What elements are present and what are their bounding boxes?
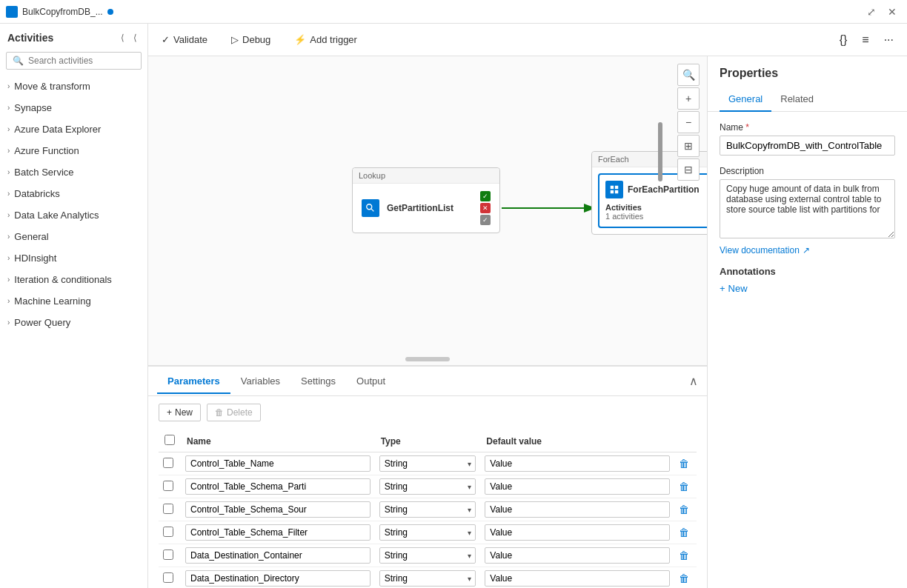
delete-row-button[interactable]: 🗑	[679, 458, 689, 470]
param-default-input[interactable]	[485, 455, 670, 472]
sidebar-item-label: Machine Learning	[14, 295, 90, 307]
svg-rect-4	[615, 186, 618, 189]
sidebar-item-general[interactable]: ›General	[0, 226, 147, 247]
code-button[interactable]: {}	[835, 30, 852, 50]
description-label: Description	[720, 166, 895, 176]
delete-param-button[interactable]: 🗑 Delete	[207, 404, 261, 421]
foreach-inner: ForEachPartition Activities 1 activities…	[598, 173, 707, 228]
param-default-input[interactable]	[485, 478, 670, 495]
param-type-select[interactable]: String Bool Int Float Object Array Secur…	[379, 524, 476, 541]
doc-button[interactable]: ≡	[857, 30, 873, 50]
description-field[interactable]: Copy huge amount of data in bulk from da…	[720, 179, 895, 238]
action-success[interactable]: ✓	[480, 191, 491, 201]
lookup-node[interactable]: Lookup GetPartitionList	[352, 167, 500, 233]
param-name-input[interactable]	[185, 547, 371, 564]
search-canvas-button[interactable]: 🔍	[677, 64, 700, 86]
resize-button[interactable]: ⤢	[863, 4, 880, 19]
param-name-input[interactable]	[185, 501, 371, 518]
delete-row-button[interactable]: 🗑	[679, 481, 689, 492]
param-type-select[interactable]: String Bool Int Float Object Array Secur…	[379, 478, 476, 495]
bottom-panel: ParametersVariablesSettingsOutput ∧ + Ne…	[148, 366, 707, 588]
action-fail[interactable]: ✕	[480, 203, 491, 213]
select-all-checkbox[interactable]	[165, 435, 175, 445]
debug-icon: ▷	[231, 34, 239, 45]
param-type-select[interactable]: String Bool Int Float Object Array Secur…	[379, 547, 476, 564]
param-default-input[interactable]	[485, 524, 670, 541]
view-docs-link[interactable]: View documentation ↗	[720, 245, 895, 255]
collapse-button[interactable]: ⟨	[118, 31, 127, 44]
row-checkbox[interactable]	[163, 527, 173, 537]
delete-row-button[interactable]: 🗑	[679, 527, 689, 538]
row-checkbox[interactable]	[163, 504, 173, 514]
debug-button[interactable]: ▷ Debug	[227, 31, 275, 48]
name-field[interactable]	[720, 136, 895, 156]
param-name-input[interactable]	[185, 524, 371, 541]
delete-row-button[interactable]: 🗑	[679, 549, 689, 561]
right-panel-body: Name * Description Copy huge amount of d…	[708, 112, 907, 588]
activities-label: Activities	[605, 203, 643, 212]
param-default-input[interactable]	[485, 501, 670, 518]
param-name-input[interactable]	[185, 455, 371, 472]
row-checkbox[interactable]	[163, 458, 173, 468]
close-button[interactable]: ✕	[883, 4, 901, 19]
action-complete[interactable]: ✓	[480, 215, 491, 225]
col-type: Type	[375, 430, 481, 452]
pin-button[interactable]: ⟨	[130, 31, 140, 44]
svg-rect-5	[611, 190, 614, 193]
bottom-content: + New 🗑 Delete	[148, 396, 707, 588]
sidebar-item-azure-data-explorer[interactable]: ›Azure Data Explorer	[0, 118, 147, 140]
sidebar-item-move-transform[interactable]: ›Move & transform	[0, 76, 147, 97]
delete-row-button[interactable]: 🗑	[679, 504, 689, 515]
tab-output[interactable]: Output	[346, 370, 396, 394]
right-tab-related[interactable]: Related	[771, 87, 823, 112]
zoom-out-button[interactable]: −	[677, 111, 700, 133]
bottom-panel-close[interactable]: ∧	[689, 374, 698, 388]
chevron-right-icon: ›	[7, 190, 10, 198]
search-input[interactable]	[28, 56, 135, 66]
param-type-select[interactable]: String Bool Int Float Object Array Secur…	[379, 501, 476, 518]
tab-parameters[interactable]: Parameters	[157, 370, 230, 394]
sidebar-item-databricks[interactable]: ›Databricks	[0, 183, 147, 204]
sidebar-item-azure-function[interactable]: ›Azure Function	[0, 140, 147, 161]
sidebar-item-synapse[interactable]: ›Synapse	[0, 97, 147, 118]
sidebar-item-batch-service[interactable]: ›Batch Service	[0, 161, 147, 183]
tab-settings[interactable]: Settings	[290, 370, 346, 394]
params-tbody: String Bool Int Float Object Array Secur…	[159, 452, 697, 589]
zoom-in-button[interactable]: +	[677, 87, 700, 110]
param-type-select[interactable]: String Bool Int Float Object Array Secur…	[379, 455, 476, 472]
param-default-input[interactable]	[485, 547, 670, 564]
col-default: Default value	[480, 430, 674, 452]
param-default-input[interactable]	[485, 570, 670, 587]
param-type-select[interactable]: String Bool Int Float Object Array Secur…	[379, 570, 476, 587]
canvas-area[interactable]: Lookup GetPartitionList	[148, 56, 707, 366]
tab-variables[interactable]: Variables	[230, 370, 290, 394]
panel-actions: ⟨ ⟨	[118, 31, 140, 44]
sidebar-item-data-lake-analytics[interactable]: ›Data Lake Analytics	[0, 204, 147, 226]
row-checkbox[interactable]	[163, 572, 173, 583]
param-name-input[interactable]	[185, 570, 371, 587]
sidebar-item-label: Data Lake Analytics	[14, 210, 99, 221]
fit-view-button[interactable]: ⊞	[677, 135, 700, 157]
add-trigger-button[interactable]: ⚡ Add trigger	[290, 31, 362, 48]
canvas-tools: 🔍 + − ⊞ ⊟	[677, 64, 700, 181]
lookup-node-body: GetPartitionList ✓ ✕ ✓	[353, 184, 499, 233]
bottom-tabs-container: ParametersVariablesSettingsOutput	[157, 370, 689, 393]
table-row: String Bool Int Float Object Array Secur…	[159, 567, 697, 589]
add-annotation-button[interactable]: + New	[720, 283, 748, 294]
param-name-input[interactable]	[185, 478, 371, 495]
delete-row-button[interactable]: 🗑	[679, 572, 689, 584]
sidebar-item-machine-learning[interactable]: ›Machine Learning	[0, 290, 147, 312]
right-tab-general[interactable]: General	[720, 87, 771, 112]
row-checkbox[interactable]	[163, 549, 173, 560]
new-param-button[interactable]: + New	[159, 404, 201, 421]
sidebar-item-iteration-conditionals[interactable]: ›Iteration & conditionals	[0, 269, 147, 290]
sidebar-item-label: Power Query	[14, 317, 70, 328]
more-button[interactable]: ···	[880, 30, 898, 50]
sidebar-item-power-query[interactable]: ›Power Query	[0, 312, 147, 333]
validate-button[interactable]: ✓ Validate	[157, 31, 212, 48]
plus-icon: +	[720, 283, 725, 294]
row-checkbox[interactable]	[163, 481, 173, 491]
sidebar-item-hdinsight[interactable]: ›HDInsight	[0, 247, 147, 269]
chevron-right-icon: ›	[7, 82, 10, 90]
layout-button[interactable]: ⊟	[677, 158, 700, 181]
